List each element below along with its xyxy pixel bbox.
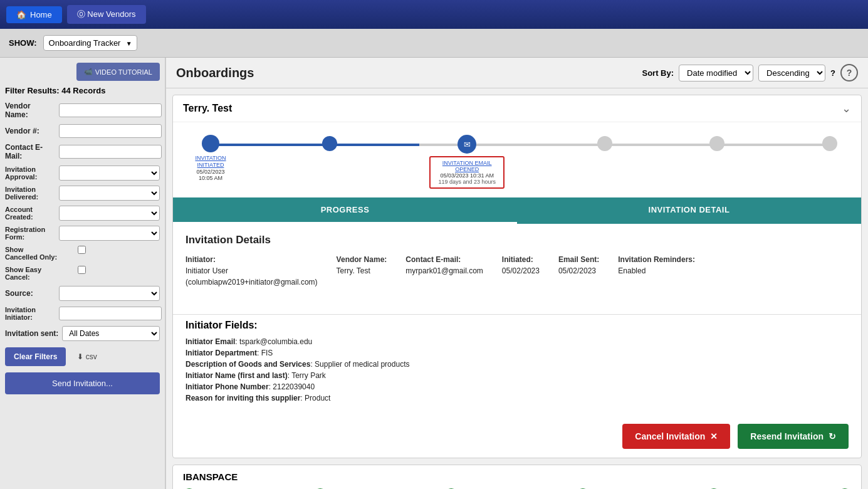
- initiator-email-label: Initiator Email: [186, 337, 235, 346]
- card-header: Terry. Test ⌄: [173, 95, 861, 122]
- show-select[interactable]: Onboarding Tracker: [43, 35, 137, 51]
- sidebar: 📹 VIDEO TUTORIAL Filter Results: 44 Reco…: [0, 58, 166, 489]
- vendor-name-value: Terry. Test: [337, 266, 387, 275]
- video-tutorial-button[interactable]: 📹 VIDEO TUTORIAL: [76, 63, 160, 81]
- home-button[interactable]: 🏠 Home: [6, 6, 62, 23]
- send-invitation-button[interactable]: Send Invitation...: [5, 372, 160, 394]
- show-bar: SHOW: Onboarding Tracker: [0, 29, 868, 58]
- tab-progress[interactable]: PROGRESS: [173, 197, 517, 224]
- top-nav: 🏠 Home ⓪ New Vendors: [0, 0, 868, 29]
- goods-desc-label: Description of Goods and Services: [186, 360, 310, 369]
- page-title: Onboardings: [176, 66, 254, 80]
- resend-invitation-button[interactable]: Resend Invitation ↻: [738, 424, 849, 449]
- main-layout: 📹 VIDEO TUTORIAL Filter Results: 44 Reco…: [0, 58, 868, 489]
- node-2-dot: [322, 136, 337, 151]
- goods-desc-field: Description of Goods and Services: Suppl…: [186, 360, 849, 369]
- show-easy-cancel-checkbox[interactable]: [78, 266, 86, 274]
- source-label: Source:: [5, 289, 55, 298]
- node-1-label[interactable]: INVITATION INITIATED: [192, 155, 229, 169]
- show-cancelled-checkbox[interactable]: [78, 246, 86, 254]
- goods-desc-val: Supplier of medical products: [315, 360, 409, 369]
- contact-email-col: Contact E-mail: myrpark01@gmail.com: [405, 255, 483, 287]
- email-sent-col: Email Sent: 05/02/2023: [558, 255, 599, 287]
- source-select[interactable]: [59, 286, 160, 301]
- node-1-date: 05/02/2023 10:05 AM: [192, 169, 229, 182]
- initiator-value: Initiator User: [186, 266, 318, 275]
- contact-email-input[interactable]: [59, 145, 162, 159]
- timeline-node-1: INVITATION INITIATED 05/02/2023 10:05 AM: [192, 135, 229, 182]
- invitation-approval-row: InvitationApproval:: [5, 166, 160, 181]
- initiator-email-val: tspark@columbia.edu: [239, 337, 312, 346]
- contact-email-field-value: myrpark01@gmail.com: [405, 266, 483, 275]
- content-header: Onboardings Sort By: Date modified Desce…: [166, 58, 868, 88]
- initiator-phone-val: 2122039040: [273, 382, 315, 391]
- vendor-name-col: Vendor Name: Terry. Test: [337, 255, 387, 287]
- card-collapse-button[interactable]: ⌄: [842, 102, 851, 115]
- active-node-box: INVITATION EMAIL OPENED 05/03/2023 10:31…: [429, 156, 505, 189]
- initiator-field-label: Initiator:: [186, 255, 318, 264]
- card-vendor-name: Terry. Test: [183, 103, 232, 114]
- cancel-icon: ✕: [710, 431, 718, 441]
- filter-results-title: Filter Results: 44 Records: [5, 86, 160, 95]
- show-label: SHOW:: [9, 38, 37, 48]
- onboarding-card-1: Terry. Test ⌄ INVITATION INITIATED: [172, 95, 862, 458]
- timeline-node-3: ✉ INVITATION EMAIL OPENED 05/03/2023 10:…: [429, 135, 505, 189]
- initiator-name-label: Initiator Name (first and last): [186, 371, 288, 380]
- invitation-delivered-select[interactable]: [59, 186, 160, 201]
- node-4-dot: [597, 136, 612, 151]
- node-3-label[interactable]: INVITATION EMAIL OPENED: [436, 160, 498, 172]
- initiator-name-field: Initiator Name (first and last): Terry P…: [186, 371, 849, 380]
- invitation-initiator-row: InvitationInitiator:: [5, 306, 160, 321]
- details-grid: Initiator: Initiator User (columbiapw201…: [186, 255, 849, 287]
- clear-filters-button[interactable]: Clear Filters: [5, 347, 66, 366]
- node-3-duration: 119 days and 23 hours: [436, 179, 498, 185]
- timeline-node-5: [704, 135, 729, 151]
- timeline-node-2: [317, 135, 342, 151]
- initiated-col: Initiated: 05/02/2023: [502, 255, 540, 287]
- home-icon: 🏠: [16, 10, 26, 19]
- invitation-initiator-input[interactable]: [59, 307, 162, 320]
- contact-email-filter-row: Contact E-Mail:: [5, 143, 160, 160]
- csv-button[interactable]: ⬇ csv: [77, 352, 97, 361]
- details-heading: Invitation Details: [186, 234, 849, 246]
- reason-label: Reason for inviting this supplier: [186, 394, 300, 402]
- reason-val: Product: [305, 394, 330, 402]
- initiator-col: Initiator: Initiator User (columbiapw201…: [186, 255, 318, 287]
- vendor-name-input[interactable]: [59, 103, 162, 117]
- account-created-select[interactable]: [59, 206, 160, 221]
- registration-form-label: RegistrationForm:: [5, 226, 55, 241]
- resend-icon: ↻: [829, 431, 836, 441]
- need-help-label: ?: [830, 68, 835, 78]
- invitation-reminders-value: Enabled: [618, 266, 695, 275]
- sort-order-select[interactable]: Descending: [758, 65, 825, 82]
- vendor-num-filter-row: Vendor #:: [5, 124, 160, 138]
- initiator-dept-label: Initiator Department: [186, 349, 257, 357]
- node-6-dot: [822, 136, 837, 151]
- sort-by-select[interactable]: Date modified: [679, 65, 753, 82]
- timeline-track-container: INVITATION INITIATED 05/02/2023 10:05 AM…: [192, 135, 842, 191]
- tab-invitation-detail[interactable]: INVITATION DETAIL: [517, 197, 861, 224]
- show-select-wrapper[interactable]: Onboarding Tracker: [43, 35, 137, 51]
- invitation-sent-select[interactable]: All Dates: [62, 326, 160, 341]
- contact-email-field-label: Contact E-mail:: [405, 255, 483, 264]
- new-vendors-button[interactable]: ⓪ New Vendors: [67, 5, 146, 24]
- timeline-node-4: [592, 135, 617, 151]
- invitation-reminders-label: Invitation Reminders:: [618, 255, 695, 264]
- download-icon: ⬇: [77, 352, 83, 361]
- vendor-num-input[interactable]: [59, 124, 162, 138]
- divider-1: [173, 314, 861, 315]
- initiator-name-val: Terry Park: [291, 371, 326, 380]
- initiated-value: 05/02/2023: [502, 266, 540, 275]
- action-buttons: Cancel Invitation ✕ Resend Invitation ↻: [173, 415, 861, 458]
- reason-field: Reason for inviting this supplier: Produ…: [186, 394, 849, 402]
- sort-by-label: Sort By:: [642, 68, 674, 78]
- cancel-invitation-button[interactable]: Cancel Invitation ✕: [622, 424, 730, 449]
- email-sent-value: 05/02/2023: [558, 266, 599, 275]
- invitation-details-section: Invitation Details Initiator: Initiator …: [173, 224, 861, 309]
- invitation-approval-label: InvitationApproval:: [5, 166, 55, 181]
- registration-form-select[interactable]: [59, 226, 160, 241]
- initiator-email-value: (columbiapw2019+initiator@gmail.com): [186, 278, 318, 287]
- timeline-node-6: [817, 135, 842, 151]
- invitation-approval-select[interactable]: [59, 166, 160, 181]
- need-help-button[interactable]: ?: [840, 64, 858, 82]
